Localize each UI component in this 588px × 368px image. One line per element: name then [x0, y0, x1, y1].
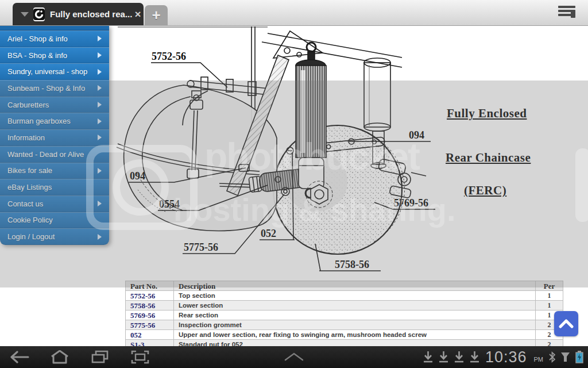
- chevron-right-icon: [98, 69, 102, 75]
- battery-charging-icon: [575, 351, 583, 363]
- callout-5769-56: 5769-56: [394, 197, 428, 209]
- download-icon: [423, 351, 433, 363]
- callout-094-right: 094: [409, 129, 424, 141]
- heading-ferc: (FERC): [464, 183, 506, 198]
- callout-5775-56: 5775-56: [184, 241, 218, 253]
- sidebar-item[interactable]: Sunbeam - Shop & Info: [0, 80, 109, 97]
- tablet-screen: 5752-56 094 0554 052 5775-56 5758-56 576…: [0, 0, 588, 368]
- callout-052: 052: [261, 228, 276, 239]
- chevron-right-icon: [98, 102, 102, 108]
- sidebar-item-label: eBay Listings: [7, 183, 103, 191]
- sidebar-item-label: Bikes for sale: [7, 166, 98, 175]
- parts-table: Part No.DescriptionPer 5752-56Top sectio…: [125, 281, 563, 350]
- home-icon: [51, 350, 69, 364]
- browser-menu-icon[interactable]: [558, 6, 575, 20]
- sidebar-item-partial[interactable]: [0, 25, 109, 30]
- recent-apps-button[interactable]: [85, 347, 115, 367]
- heading-fully-enclosed: Fully Enclosed: [447, 106, 527, 121]
- android-system-bar: 10:36 PM: [0, 346, 588, 368]
- scroll-to-top-button[interactable]: [554, 311, 578, 336]
- table-row: 5752-56Top section1: [126, 291, 563, 301]
- chevron-up-icon: [559, 319, 574, 329]
- chevron-right-icon: [98, 201, 102, 206]
- download-icon: [439, 351, 448, 363]
- chevron-right-icon: [98, 52, 102, 58]
- sidebar-item-label: Contact us: [7, 200, 98, 208]
- tab-title: Fully enclosed rea...: [50, 9, 132, 19]
- part-number-link[interactable]: 5775-56: [126, 320, 174, 330]
- sidebar-item[interactable]: Information: [0, 129, 109, 146]
- home-button[interactable]: [45, 347, 75, 367]
- clock[interactable]: 10:36: [485, 348, 527, 366]
- recent-apps-icon: [91, 350, 109, 364]
- sidebar-item-label: Wanted - Dead or Alive: [7, 150, 103, 159]
- download-icon: [454, 351, 464, 363]
- chevron-right-icon: [98, 85, 102, 91]
- sidebar-item-label: BSA - Shop & info: [7, 51, 98, 60]
- sidebar-item[interactable]: Ariel - Shop & info: [0, 30, 109, 47]
- sidebar-item-label: Login / Logout: [7, 232, 98, 241]
- sidebar-item[interactable]: Cookie Policy: [0, 212, 109, 229]
- sidebar-menu: Ariel - Shop & infoBSA - Shop & infoSund…: [0, 25, 109, 245]
- column-header: Per: [536, 281, 563, 291]
- part-per-count: 1: [536, 291, 563, 301]
- parts-table-header-row: Part No.DescriptionPer: [126, 281, 563, 291]
- part-description: Lower section: [174, 301, 536, 310]
- part-number-link[interactable]: 5769-56: [126, 310, 174, 320]
- sidebar-item[interactable]: Burman gearboxes: [0, 113, 109, 129]
- screenshot-icon: [131, 350, 149, 364]
- chevron-down-icon[interactable]: [21, 12, 29, 17]
- sidebar-item[interactable]: Login / Logout: [0, 228, 109, 245]
- part-number-link[interactable]: 5758-56: [126, 301, 174, 310]
- tab-close-icon[interactable]: ×: [132, 9, 143, 20]
- screenshot-button[interactable]: [125, 347, 155, 367]
- part-description: Inspection grommet: [174, 320, 536, 330]
- sidebar-item-label: Cookie Policy: [7, 216, 103, 224]
- sidebar-item[interactable]: Contact us: [0, 195, 109, 212]
- part-number-link[interactable]: 5752-56: [126, 291, 174, 301]
- back-button[interactable]: [5, 347, 34, 367]
- caret-up-icon[interactable]: [284, 351, 304, 362]
- sidebar-item-label: Burman gearboxes: [7, 117, 98, 125]
- sidebar-item-label: Sunbeam - Shop & Info: [7, 84, 98, 93]
- table-row: 052Upper and lower section, rear fixing …: [126, 330, 563, 340]
- sidebar-item-label: Information: [7, 133, 98, 142]
- browser-tab[interactable]: Fully enclosed rea... ×: [13, 3, 144, 25]
- sidebar-item[interactable]: BSA - Shop & info: [0, 47, 109, 64]
- chevron-right-icon: [98, 135, 102, 140]
- callout-5752-56: 5752-56: [152, 51, 186, 62]
- chevron-right-icon: [98, 118, 102, 124]
- sidebar-item[interactable]: Carburetters: [0, 97, 109, 113]
- sidebar-item-label: Carburetters: [7, 101, 98, 109]
- clock-ampm: PM: [534, 351, 544, 363]
- part-description: Top section: [174, 291, 536, 301]
- chevron-right-icon: [98, 234, 102, 240]
- sidebar-item[interactable]: Wanted - Dead or Alive: [0, 146, 109, 163]
- new-tab-button[interactable]: +: [145, 5, 168, 25]
- bluetooth-icon: [549, 351, 555, 363]
- sidebar-item-label: Ariel - Shop & info: [7, 34, 98, 43]
- chevron-right-icon: [98, 36, 102, 41]
- sidebar-item-label: Sundry, universal - shop: [7, 67, 98, 76]
- signal-icon: [561, 352, 570, 362]
- site-favicon-icon: [33, 7, 45, 21]
- table-row: 5775-56Inspection grommet2: [126, 320, 563, 330]
- sidebar-item[interactable]: Bikes for sale: [0, 163, 109, 179]
- chevron-right-icon: [98, 168, 102, 174]
- table-row: 5769-56Rear section1: [126, 310, 563, 320]
- column-header: Part No.: [126, 281, 174, 291]
- sidebar-item[interactable]: Sundry, universal - shop: [0, 63, 109, 80]
- part-description: Upper and lower section, rear fixing to …: [174, 330, 536, 340]
- callout-094-left: 094: [130, 170, 145, 182]
- sidebar-item[interactable]: eBay Listings: [0, 179, 109, 195]
- part-description: Rear section: [174, 310, 536, 320]
- part-per-count: 1: [536, 301, 563, 310]
- part-number-link[interactable]: 052: [126, 330, 174, 340]
- back-icon: [10, 351, 29, 363]
- table-row: 5758-56Lower section1: [126, 301, 563, 310]
- download-icon: [470, 351, 479, 363]
- column-header: Description: [174, 281, 536, 291]
- callout-5758-56: 5758-56: [335, 259, 369, 270]
- browser-viewport: 5752-56 094 0554 052 5775-56 5758-56 576…: [0, 25, 588, 346]
- callout-0554: 0554: [159, 198, 180, 210]
